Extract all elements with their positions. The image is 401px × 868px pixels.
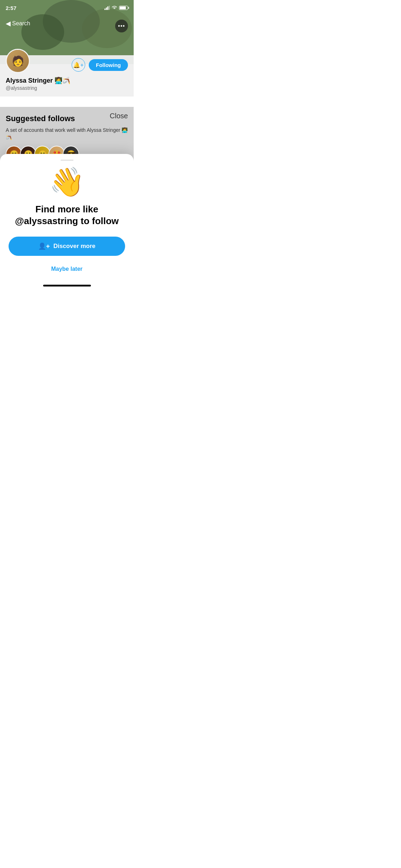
back-label: Search (12, 20, 30, 27)
sheet-title: Find more like @alyssastring to follow (9, 203, 125, 227)
profile-actions: 🔔+ Following (72, 58, 128, 72)
status-icons (104, 5, 128, 11)
signal-icon (104, 6, 110, 10)
following-button[interactable]: Following (89, 59, 128, 71)
profile-handle: @alyssastring (6, 85, 128, 91)
home-indicator (43, 285, 91, 286)
close-suggested-button[interactable]: Close (110, 112, 128, 120)
suggested-description: A set of accounts that work well with Al… (6, 127, 128, 141)
sheet-handle (61, 160, 73, 161)
wifi-icon (112, 5, 117, 11)
more-button[interactable]: ••• (115, 20, 128, 32)
battery-icon (119, 6, 128, 10)
status-time: 2:57 (6, 5, 16, 11)
wave-emoji: 👋 (49, 168, 85, 196)
maybe-later-button[interactable]: Maybe later (48, 263, 85, 275)
more-dots-icon: ••• (118, 23, 125, 29)
profile-name: Alyssa Stringer 👩‍💻🪃 (6, 77, 128, 84)
discover-more-button[interactable]: 👤+ Discover more (9, 237, 125, 256)
profile-section: 🧑 🔔+ Following Alyssa Stringer 👩‍💻🪃 @aly… (0, 55, 134, 97)
back-button[interactable]: ◀ Search (6, 20, 30, 27)
avatar: 🧑 (6, 49, 30, 73)
back-arrow-icon: ◀ (6, 20, 11, 27)
bell-plus-icon: 🔔+ (73, 62, 83, 68)
profile-row: 🧑 🔔+ Following (6, 55, 128, 73)
discover-more-label: Discover more (53, 243, 96, 250)
notification-bell-button[interactable]: 🔔+ (72, 58, 85, 72)
bottom-sheet: 👋 Find more like @alyssastring to follow… (0, 154, 134, 289)
status-bar: 2:57 (0, 0, 134, 16)
user-plus-icon: 👤+ (38, 242, 50, 250)
nav-header: ◀ Search (0, 16, 134, 31)
